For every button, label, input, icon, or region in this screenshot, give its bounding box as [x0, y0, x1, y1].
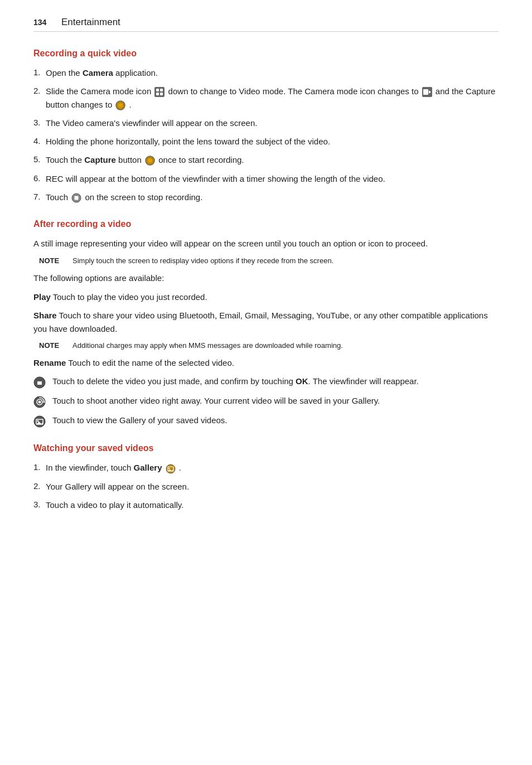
camera-mode-icon [153, 86, 168, 96]
gallery-icon [165, 463, 179, 472]
recording-step-5: 5. Touch the Capture button once to star… [33, 153, 499, 166]
svg-rect-2 [160, 89, 163, 91]
video-mode-icon [421, 86, 436, 96]
step-content: In the viewfinder, touch Gallery . [46, 461, 499, 474]
stop-recording-icon [70, 192, 85, 202]
bold-gallery: Gallery [134, 463, 162, 472]
svg-point-24 [37, 420, 39, 422]
svg-rect-16 [37, 382, 42, 384]
watching-step-3: 3. Touch a video to play it automaticall… [33, 498, 499, 511]
option-delete: Touch to delete the video you just made,… [33, 375, 499, 389]
step-content: Open the Camera application. [46, 66, 499, 79]
step-content: Touch the Capture button once to start r… [46, 153, 499, 166]
note-text-1: Simply touch the screen to redisplay vid… [72, 256, 333, 266]
bold-play: Play [33, 292, 51, 302]
svg-point-20 [38, 401, 41, 404]
svg-point-11 [148, 158, 152, 163]
step-num: 6. [33, 172, 46, 185]
watching-step-1: 1. In the viewfinder, touch Gallery . [33, 461, 499, 474]
svg-rect-3 [156, 93, 159, 95]
step-num: 1. [33, 66, 46, 79]
bold-camera: Camera [83, 68, 113, 78]
svg-rect-4 [160, 93, 163, 95]
view-gallery-icon [33, 415, 49, 428]
step-content: REC will appear at the bottom of the vie… [46, 172, 499, 185]
step-num: 7. [33, 191, 46, 204]
page: 134 Entertainment Recording a quick vide… [0, 0, 532, 560]
option-share: Share Touch to share your video using Bl… [33, 309, 499, 335]
page-header: 134 Entertainment [33, 17, 499, 32]
recording-step-4: 4. Holding the phone horizontally, point… [33, 135, 499, 148]
options-intro: The following options are available: [33, 272, 499, 285]
svg-rect-17 [37, 384, 42, 385]
capture-btn-icon [144, 155, 158, 164]
svg-rect-0 [154, 87, 165, 97]
step-num: 3. [33, 117, 46, 129]
step-num: 2. [33, 85, 46, 98]
option-rename: Rename Touch to edit the name of the sel… [33, 356, 499, 369]
step-num: 2. [33, 480, 46, 493]
step-content: Touch on the screen to stop recording. [46, 191, 499, 204]
delete-option-text: Touch to delete the video you just made,… [52, 375, 499, 388]
note-label-2: NOTE [39, 341, 67, 350]
recording-step-1: 1. Open the Camera application. [33, 66, 499, 79]
after-recording-intro: A still image representing your video wi… [33, 237, 499, 250]
capture-button-icon [114, 100, 129, 109]
watching-steps-list: 1. In the viewfinder, touch Gallery . [33, 461, 499, 511]
section-recording: Recording a quick video 1. Open the Came… [33, 49, 499, 204]
step-content: Slide the Camera mode icon down to chang… [46, 85, 499, 111]
option-play-content: Play Touch to play the video you just re… [33, 290, 499, 303]
svg-rect-1 [156, 89, 159, 91]
note-label-1: NOTE [39, 256, 67, 265]
section-watching: Watching your saved videos 1. In the vie… [33, 443, 499, 511]
recording-step-3: 3. The Video camera's viewfinder will ap… [33, 117, 499, 129]
step-num: 3. [33, 498, 46, 511]
svg-rect-13 [75, 196, 79, 200]
option-share-content: Share Touch to share your video using Bl… [33, 309, 499, 335]
option-shoot-another: Touch to shoot another video right away.… [33, 394, 499, 408]
svg-point-9 [118, 103, 123, 108]
step-num: 1. [33, 461, 46, 474]
section-after-recording-title: After recording a video [33, 219, 499, 229]
section-recording-title: Recording a quick video [33, 49, 499, 59]
svg-rect-15 [37, 381, 42, 382]
chapter-title: Entertainment [61, 17, 120, 28]
svg-point-22 [34, 416, 45, 427]
delete-icon [33, 376, 49, 389]
step-content: The Video camera's viewfinder will appea… [46, 117, 499, 129]
bold-rename: Rename [33, 358, 66, 367]
recording-step-6: 6. REC will appear at the bottom of the … [33, 172, 499, 185]
option-rename-content: Rename Touch to edit the name of the sel… [33, 356, 499, 369]
step-content: Touch a video to play it automatically. [46, 498, 499, 511]
recording-step-7: 7. Touch on the screen to stop recording… [33, 191, 499, 204]
option-view-gallery: Touch to view the Gallery of your saved … [33, 414, 499, 428]
recording-step-2: 2. Slide the Camera mode icon down to ch… [33, 85, 499, 111]
view-gallery-text: Touch to view the Gallery of your saved … [52, 414, 499, 427]
note-text-2: Additional charges may apply when MMS me… [72, 341, 343, 351]
svg-point-26 [166, 464, 175, 473]
bold-capture: Capture [84, 155, 116, 164]
bold-share: Share [33, 311, 57, 320]
recording-steps-list: 1. Open the Camera application. 2. Slide… [33, 66, 499, 204]
shoot-another-icon [33, 395, 49, 408]
note-block-2: NOTE Additional charges may apply when M… [33, 341, 499, 351]
step-num: 4. [33, 135, 46, 148]
note-block-1: NOTE Simply touch the screen to redispla… [33, 256, 499, 266]
step-content: Your Gallery will appear on the screen. [46, 480, 499, 493]
step-content: Holding the phone horizontally, point th… [46, 135, 499, 148]
step-num: 5. [33, 153, 46, 166]
shoot-another-text: Touch to shoot another video right away.… [52, 394, 499, 407]
option-play: Play Touch to play the video you just re… [33, 290, 499, 303]
svg-rect-6 [423, 89, 428, 95]
page-number: 134 [33, 18, 50, 27]
section-watching-title: Watching your saved videos [33, 443, 499, 453]
svg-point-28 [168, 467, 170, 468]
bold-ok: OK [296, 376, 308, 386]
watching-step-2: 2. Your Gallery will appear on the scree… [33, 480, 499, 493]
section-after-recording: After recording a video A still image re… [33, 219, 499, 428]
